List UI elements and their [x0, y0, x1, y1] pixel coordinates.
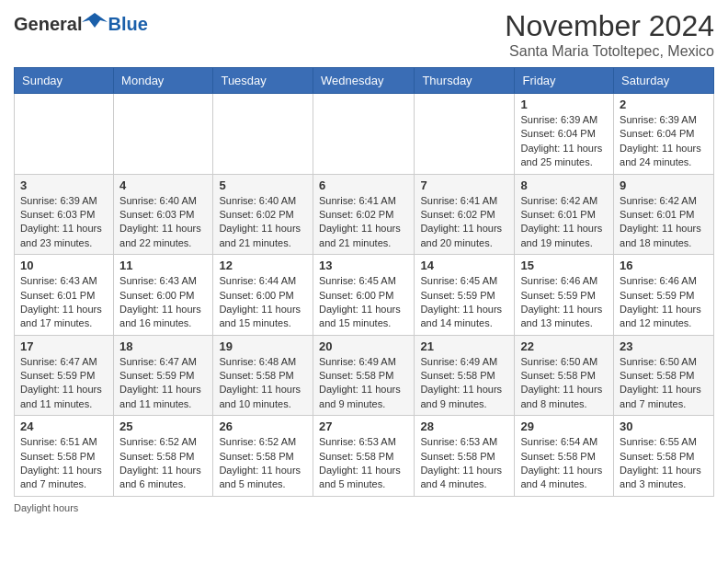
week-row-2: 10Sunrise: 6:43 AM Sunset: 6:01 PM Dayli… [15, 255, 714, 336]
calendar-cell: 14Sunrise: 6:45 AM Sunset: 5:59 PM Dayli… [415, 255, 515, 336]
calendar-cell: 1Sunrise: 6:39 AM Sunset: 6:04 PM Daylig… [515, 94, 614, 175]
day-number: 30 [620, 419, 708, 433]
logo: General Blue [14, 9, 148, 39]
day-number: 10 [20, 259, 108, 272]
calendar-cell: 13Sunrise: 6:45 AM Sunset: 6:00 PM Dayli… [313, 255, 415, 336]
calendar-cell: 15Sunrise: 6:46 AM Sunset: 5:59 PM Dayli… [515, 255, 614, 336]
day-number: 15 [520, 259, 608, 272]
day-number: 16 [620, 259, 708, 272]
calendar-cell: 5Sunrise: 6:40 AM Sunset: 6:02 PM Daylig… [213, 174, 313, 255]
day-number: 3 [20, 178, 108, 192]
day-info: Sunrise: 6:54 AM Sunset: 5:58 PM Dayligh… [520, 435, 608, 492]
day-number: 7 [420, 178, 508, 192]
calendar-cell: 16Sunrise: 6:46 AM Sunset: 5:59 PM Dayli… [614, 255, 714, 336]
day-info: Sunrise: 6:41 AM Sunset: 6:02 PM Dayligh… [319, 194, 408, 251]
calendar-cell: 7Sunrise: 6:41 AM Sunset: 6:02 PM Daylig… [415, 174, 515, 255]
calendar-cell: 19Sunrise: 6:48 AM Sunset: 5:58 PM Dayli… [213, 335, 313, 416]
weekday-header-wednesday: Wednesday [313, 68, 415, 94]
calendar-cell: 2Sunrise: 6:39 AM Sunset: 6:04 PM Daylig… [614, 94, 714, 175]
day-number: 22 [520, 339, 608, 353]
week-row-1: 3Sunrise: 6:39 AM Sunset: 6:03 PM Daylig… [15, 174, 714, 255]
day-info: Sunrise: 6:49 AM Sunset: 5:58 PM Dayligh… [420, 355, 508, 412]
calendar-cell [15, 94, 114, 175]
week-row-4: 24Sunrise: 6:51 AM Sunset: 5:58 PM Dayli… [15, 416, 714, 497]
calendar-cell: 4Sunrise: 6:40 AM Sunset: 6:03 PM Daylig… [114, 174, 213, 255]
calendar-cell [313, 94, 415, 175]
calendar-cell: 30Sunrise: 6:55 AM Sunset: 5:58 PM Dayli… [614, 416, 714, 497]
day-number: 4 [119, 178, 207, 192]
day-number: 6 [319, 178, 408, 192]
logo-bird-icon [82, 9, 108, 35]
day-info: Sunrise: 6:39 AM Sunset: 6:03 PM Dayligh… [20, 194, 108, 251]
calendar-cell: 23Sunrise: 6:50 AM Sunset: 5:58 PM Dayli… [614, 335, 714, 416]
day-info: Sunrise: 6:39 AM Sunset: 6:04 PM Dayligh… [620, 113, 708, 170]
svg-marker-0 [82, 13, 108, 28]
calendar-cell: 11Sunrise: 6:43 AM Sunset: 6:00 PM Dayli… [114, 255, 213, 336]
calendar-cell: 27Sunrise: 6:53 AM Sunset: 5:58 PM Dayli… [313, 416, 415, 497]
calendar-cell: 8Sunrise: 6:42 AM Sunset: 6:01 PM Daylig… [515, 174, 614, 255]
weekday-header-thursday: Thursday [415, 68, 515, 94]
page-container: General Blue November 2024 Santa Maria T… [0, 0, 728, 523]
day-info: Sunrise: 6:52 AM Sunset: 5:58 PM Dayligh… [219, 435, 307, 492]
calendar-cell [415, 94, 515, 175]
day-info: Sunrise: 6:45 AM Sunset: 5:59 PM Dayligh… [420, 274, 508, 331]
calendar-cell: 18Sunrise: 6:47 AM Sunset: 5:59 PM Dayli… [114, 335, 213, 416]
day-info: Sunrise: 6:47 AM Sunset: 5:59 PM Dayligh… [119, 355, 207, 412]
day-number: 25 [119, 419, 207, 433]
calendar-cell: 24Sunrise: 6:51 AM Sunset: 5:58 PM Dayli… [15, 416, 114, 497]
day-number: 27 [319, 419, 408, 433]
calendar-cell: 17Sunrise: 6:47 AM Sunset: 5:59 PM Dayli… [15, 335, 114, 416]
day-info: Sunrise: 6:53 AM Sunset: 5:58 PM Dayligh… [420, 435, 508, 492]
calendar-cell [114, 94, 213, 175]
title-area: November 2024 Santa Maria Totoltepec, Me… [505, 9, 714, 60]
calendar-cell: 25Sunrise: 6:52 AM Sunset: 5:58 PM Dayli… [114, 416, 213, 497]
day-info: Sunrise: 6:41 AM Sunset: 6:02 PM Dayligh… [420, 194, 508, 251]
day-number: 20 [319, 339, 408, 353]
month-title: November 2024 [505, 9, 714, 43]
calendar-cell: 10Sunrise: 6:43 AM Sunset: 6:01 PM Dayli… [15, 255, 114, 336]
day-info: Sunrise: 6:49 AM Sunset: 5:58 PM Dayligh… [319, 355, 408, 412]
calendar-cell: 6Sunrise: 6:41 AM Sunset: 6:02 PM Daylig… [313, 174, 415, 255]
calendar-cell: 3Sunrise: 6:39 AM Sunset: 6:03 PM Daylig… [15, 174, 114, 255]
calendar-cell: 22Sunrise: 6:50 AM Sunset: 5:58 PM Dayli… [515, 335, 614, 416]
day-info: Sunrise: 6:51 AM Sunset: 5:58 PM Dayligh… [20, 435, 108, 492]
day-info: Sunrise: 6:53 AM Sunset: 5:58 PM Dayligh… [319, 435, 408, 492]
day-number: 19 [219, 339, 307, 353]
logo-blue: Blue [108, 14, 147, 34]
day-info: Sunrise: 6:47 AM Sunset: 5:59 PM Dayligh… [20, 355, 108, 412]
day-number: 8 [520, 178, 608, 192]
day-info: Sunrise: 6:42 AM Sunset: 6:01 PM Dayligh… [520, 194, 608, 251]
day-number: 12 [219, 259, 307, 272]
calendar-cell: 29Sunrise: 6:54 AM Sunset: 5:58 PM Dayli… [515, 416, 614, 497]
day-info: Sunrise: 6:44 AM Sunset: 6:00 PM Dayligh… [219, 274, 307, 331]
calendar-table: SundayMondayTuesdayWednesdayThursdayFrid… [14, 67, 714, 497]
day-number: 18 [119, 339, 207, 353]
calendar-cell: 9Sunrise: 6:42 AM Sunset: 6:01 PM Daylig… [614, 174, 714, 255]
day-info: Sunrise: 6:52 AM Sunset: 5:58 PM Dayligh… [119, 435, 207, 492]
weekday-header-monday: Monday [114, 68, 213, 94]
day-number: 29 [520, 419, 608, 433]
day-number: 13 [319, 259, 408, 272]
day-info: Sunrise: 6:42 AM Sunset: 6:01 PM Dayligh… [620, 194, 708, 251]
weekday-header-sunday: Sunday [15, 68, 114, 94]
day-number: 23 [620, 339, 708, 353]
day-info: Sunrise: 6:55 AM Sunset: 5:58 PM Dayligh… [620, 435, 708, 492]
calendar-cell: 28Sunrise: 6:53 AM Sunset: 5:58 PM Dayli… [415, 416, 515, 497]
day-info: Sunrise: 6:50 AM Sunset: 5:58 PM Dayligh… [620, 355, 708, 412]
day-info: Sunrise: 6:43 AM Sunset: 6:01 PM Dayligh… [20, 274, 108, 331]
weekday-header-saturday: Saturday [614, 68, 714, 94]
day-number: 2 [620, 98, 708, 111]
day-number: 5 [219, 178, 307, 192]
day-number: 11 [119, 259, 207, 272]
day-number: 17 [20, 339, 108, 353]
weekday-header-row: SundayMondayTuesdayWednesdayThursdayFrid… [15, 68, 714, 94]
weekday-header-friday: Friday [515, 68, 614, 94]
day-info: Sunrise: 6:48 AM Sunset: 5:58 PM Dayligh… [219, 355, 307, 412]
week-row-3: 17Sunrise: 6:47 AM Sunset: 5:59 PM Dayli… [15, 335, 714, 416]
day-number: 14 [420, 259, 508, 272]
day-info: Sunrise: 6:40 AM Sunset: 6:02 PM Dayligh… [219, 194, 307, 251]
day-number: 9 [620, 178, 708, 192]
day-info: Sunrise: 6:39 AM Sunset: 6:04 PM Dayligh… [520, 113, 608, 170]
day-info: Sunrise: 6:46 AM Sunset: 5:59 PM Dayligh… [620, 274, 708, 331]
calendar-cell: 12Sunrise: 6:44 AM Sunset: 6:00 PM Dayli… [213, 255, 313, 336]
